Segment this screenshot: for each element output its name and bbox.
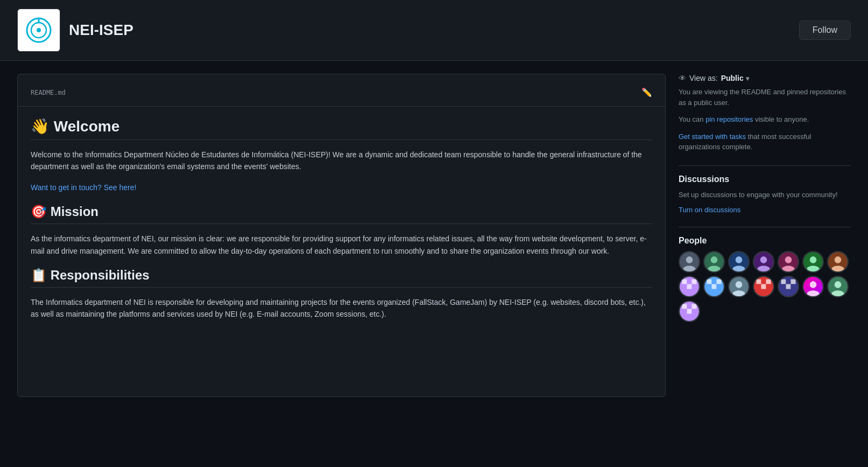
people-avatar-15[interactable]: [679, 301, 700, 322]
discussions-description: Set up discussions to engage with your c…: [679, 190, 851, 200]
svg-point-20: [810, 256, 817, 263]
sidebar: 👁 View as: Public ▾ You are viewing the …: [679, 74, 851, 397]
svg-point-60: [835, 281, 842, 288]
svg-rect-33: [707, 280, 712, 284]
people-avatar-1[interactable]: [679, 251, 700, 273]
readme-divider: [18, 106, 665, 107]
discussions-section: Discussions Set up discussions to engage…: [679, 175, 851, 214]
contact-link-paragraph: Want to get in touch? See here!: [31, 182, 652, 193]
people-avatar-8[interactable]: [679, 276, 700, 297]
page-header: NEI-ISEP Follow: [0, 0, 868, 61]
people-avatar-9[interactable]: [703, 276, 725, 297]
svg-rect-65: [692, 304, 697, 309]
svg-rect-63: [682, 304, 687, 309]
eye-icon: 👁: [679, 74, 686, 82]
svg-rect-52: [791, 280, 796, 284]
sidebar-divider-1: [679, 165, 851, 166]
svg-rect-34: [712, 280, 717, 284]
svg-point-3: [37, 28, 41, 32]
svg-rect-64: [687, 304, 692, 309]
svg-rect-35: [717, 280, 722, 284]
dropdown-caret-icon: ▾: [746, 75, 749, 82]
svg-point-14: [760, 256, 767, 263]
svg-rect-55: [791, 284, 796, 289]
people-section: People: [679, 236, 851, 322]
pin-repos-text: You can pin repositories visible to anyo…: [679, 114, 851, 125]
svg-rect-48: [766, 284, 771, 289]
svg-point-11: [736, 256, 743, 263]
svg-rect-37: [712, 284, 717, 289]
svg-point-40: [736, 281, 743, 288]
discussions-title: Discussions: [679, 175, 851, 184]
welcome-heading: 👋 Welcome: [31, 117, 652, 140]
mission-heading: 🎯 Mission: [31, 204, 652, 224]
people-avatar-10[interactable]: [728, 276, 750, 297]
contact-link[interactable]: Want to get in touch? See here!: [31, 183, 136, 192]
view-as-label: View as:: [689, 74, 718, 82]
sidebar-divider-2: [679, 227, 851, 227]
public-dropdown[interactable]: Public ▾: [721, 74, 749, 82]
edit-icon[interactable]: ✏️: [641, 87, 652, 97]
org-logo: [17, 9, 60, 52]
people-avatar-11[interactable]: [753, 276, 774, 297]
people-avatar-5[interactable]: [778, 251, 799, 273]
svg-rect-50: [781, 280, 786, 284]
svg-rect-67: [687, 309, 692, 314]
svg-rect-54: [786, 284, 791, 289]
svg-rect-44: [761, 280, 766, 284]
get-started-text: Get started with tasks that most success…: [679, 131, 851, 152]
readme-section: README.md ✏️ 👋 Welcome Welcome to the In…: [17, 74, 666, 397]
view-as-description: You are viewing the README and pinned re…: [679, 87, 851, 108]
mission-paragraph: As the informatics department of NEI, ou…: [31, 233, 652, 257]
view-as-section: 👁 View as: Public ▾ You are viewing the …: [679, 74, 851, 152]
responsibilities-paragraph: The Informatics department of NEI is res…: [31, 296, 652, 320]
people-title: People: [679, 236, 851, 246]
get-started-link[interactable]: Get started with tasks: [679, 133, 746, 141]
people-avatar-13[interactable]: [802, 276, 824, 297]
svg-rect-38: [717, 284, 722, 289]
svg-point-57: [810, 281, 817, 288]
readme-header: README.md ✏️: [31, 87, 652, 97]
people-grid: [679, 251, 851, 322]
people-avatar-6[interactable]: [802, 251, 824, 273]
svg-rect-66: [682, 309, 687, 314]
svg-rect-68: [692, 309, 697, 314]
people-avatar-4[interactable]: [753, 251, 774, 273]
svg-point-8: [711, 256, 718, 263]
main-layout: README.md ✏️ 👋 Welcome Welcome to the In…: [0, 61, 868, 410]
svg-rect-46: [757, 284, 761, 289]
view-as-mode: Public: [721, 74, 744, 82]
readme-filename: README.md: [31, 89, 66, 96]
readme-content: 👋 Welcome Welcome to the Informatics Dep…: [31, 117, 652, 320]
svg-rect-26: [682, 280, 687, 284]
people-avatar-12[interactable]: [778, 276, 799, 297]
svg-rect-53: [781, 284, 786, 289]
turn-on-discussions-link[interactable]: Turn on discussions: [679, 206, 740, 214]
people-avatar-2[interactable]: [703, 251, 725, 273]
svg-rect-45: [766, 280, 771, 284]
org-identity: NEI-ISEP: [17, 9, 133, 52]
svg-rect-29: [682, 284, 687, 289]
people-avatar-3[interactable]: [728, 251, 750, 273]
svg-point-17: [785, 256, 792, 263]
people-avatar-14[interactable]: [827, 276, 849, 297]
svg-rect-28: [692, 280, 697, 284]
welcome-paragraph: Welcome to the Informatics Department Nú…: [31, 149, 652, 173]
org-name: NEI-ISEP: [69, 22, 133, 39]
svg-rect-31: [692, 284, 697, 289]
svg-rect-47: [761, 284, 766, 289]
svg-rect-36: [707, 284, 712, 289]
view-as-row: 👁 View as: Public ▾: [679, 74, 851, 82]
svg-point-23: [835, 256, 842, 263]
svg-rect-27: [687, 280, 692, 284]
responsibilities-heading: 📋 Responsibilities: [31, 268, 652, 288]
svg-rect-51: [786, 280, 791, 284]
svg-rect-43: [757, 280, 761, 284]
svg-point-5: [686, 256, 693, 263]
pin-repos-link[interactable]: pin repositories: [705, 115, 753, 123]
follow-button[interactable]: Follow: [799, 20, 851, 40]
people-avatar-7[interactable]: [827, 251, 849, 273]
svg-rect-30: [687, 284, 692, 289]
